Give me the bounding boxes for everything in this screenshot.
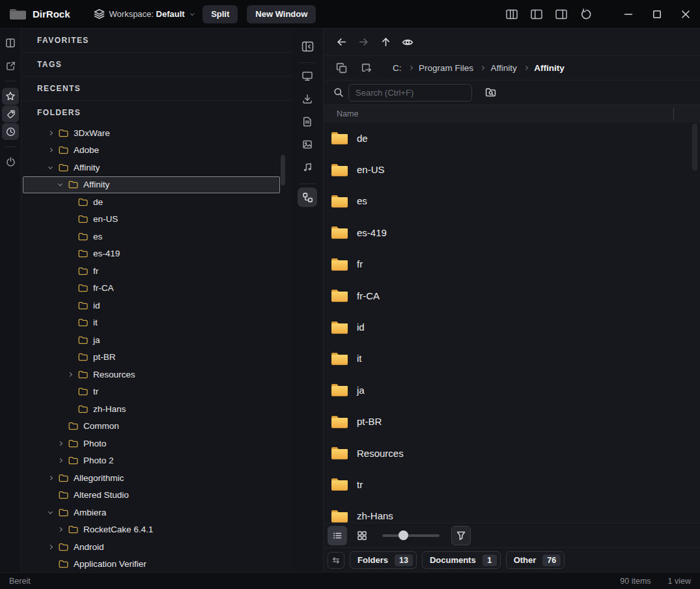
close-button[interactable] — [671, 3, 700, 26]
file-row[interactable]: Resources — [324, 437, 700, 469]
tree-item[interactable]: Photo 2 — [23, 452, 280, 470]
tags-tag-button[interactable] — [2, 105, 19, 122]
tree-item[interactable]: pt-BR — [23, 349, 280, 366]
eye-button[interactable] — [397, 33, 419, 52]
list-view-button[interactable] — [328, 526, 347, 545]
breadcrumb-segment[interactable]: Program Files — [419, 63, 473, 73]
tree-item[interactable]: en-US — [23, 211, 280, 228]
chevron-right-icon[interactable] — [46, 476, 55, 480]
open-external-icon[interactable] — [2, 57, 19, 74]
tree-item[interactable]: Resources — [23, 366, 280, 383]
tree-item[interactable]: Affinity — [23, 159, 280, 176]
filter-button[interactable] — [451, 526, 471, 545]
column-header-name[interactable]: Name — [337, 109, 358, 118]
column-resize-handle[interactable] — [673, 107, 674, 120]
file-row[interactable]: fr — [324, 249, 700, 280]
up-button[interactable] — [374, 33, 397, 52]
tree-item[interactable]: es — [23, 228, 280, 245]
chevron-right-icon[interactable] — [46, 545, 55, 549]
file-row[interactable]: pt-BR — [324, 406, 700, 437]
swap-sort-button[interactable] — [328, 552, 344, 569]
back-button[interactable] — [330, 33, 352, 52]
favorites-star-button[interactable] — [2, 88, 19, 105]
tree-item[interactable]: zh-Hans — [23, 400, 280, 418]
recents-clock-button[interactable] — [2, 123, 19, 140]
workspace-selector[interactable]: Workspace: Default — [94, 8, 194, 20]
chevron-right-icon[interactable] — [55, 442, 64, 445]
chevron-down-icon[interactable] — [46, 167, 55, 169]
tree-item[interactable]: Altered Studio — [23, 487, 280, 504]
layout-right-pane-button[interactable] — [549, 5, 574, 24]
chevron-right-icon[interactable] — [55, 459, 64, 462]
file-row[interactable]: es-419 — [324, 217, 700, 248]
tree-item[interactable]: Affinity — [23, 176, 280, 194]
file-row[interactable]: zh-Hans — [324, 500, 700, 523]
pictures-icon[interactable] — [298, 135, 317, 154]
copy-path-button[interactable] — [334, 61, 348, 76]
file-list-scrollbar[interactable] — [692, 124, 697, 171]
tree-item[interactable]: tr — [23, 383, 280, 401]
sidebar-scrollbar[interactable] — [281, 155, 285, 185]
filter-badge-documents[interactable]: Documents1 — [422, 551, 501, 569]
tree-item[interactable]: Adobe — [23, 142, 280, 159]
chevron-down-icon[interactable] — [55, 184, 64, 185]
tree-view-icon[interactable] — [298, 187, 317, 207]
chevron-right-icon[interactable] — [46, 131, 55, 135]
chevron-down-icon[interactable] — [46, 512, 55, 514]
paste-go-button[interactable] — [359, 61, 373, 76]
chevron-right-icon[interactable] — [55, 528, 64, 531]
layout-left-pane-button[interactable] — [524, 5, 549, 24]
collapse-sidebar-icon[interactable] — [298, 36, 317, 56]
breadcrumb-segment[interactable]: Affinity — [491, 63, 517, 73]
file-row[interactable]: fr-CA — [324, 280, 700, 311]
documents-icon[interactable] — [298, 112, 317, 131]
tree-item[interactable]: 3DxWare — [23, 124, 280, 142]
folder-search-icon[interactable] — [485, 87, 496, 98]
file-row[interactable]: id — [324, 311, 700, 342]
tree-item[interactable]: RocketCake 6.4.1 — [23, 521, 280, 539]
breadcrumb-segment[interactable]: Affinity — [534, 63, 565, 73]
search-input[interactable] — [348, 84, 472, 102]
tree-item[interactable]: Application Verifier — [23, 556, 280, 573]
tree-item[interactable]: es-419 — [23, 245, 280, 263]
tree-item[interactable]: Android — [23, 538, 280, 556]
file-row[interactable]: it — [324, 343, 700, 374]
tree-item[interactable]: de — [23, 193, 280, 211]
filter-badge-other[interactable]: Other76 — [506, 551, 565, 569]
minimize-button[interactable] — [614, 3, 643, 26]
file-row[interactable]: ja — [324, 374, 700, 405]
file-row[interactable]: tr — [324, 469, 700, 500]
sidebar-section-tags[interactable]: TAGS — [21, 53, 292, 77]
tree-item[interactable]: id — [23, 297, 280, 314]
split-button[interactable]: Split — [203, 5, 238, 23]
refresh-button[interactable] — [574, 5, 598, 24]
slider-track[interactable] — [382, 534, 440, 537]
layout-three-pane-button[interactable] — [499, 5, 524, 24]
breadcrumb-segment[interactable]: C: — [393, 63, 402, 73]
file-row[interactable]: en-US — [324, 154, 700, 185]
music-icon[interactable] — [298, 158, 317, 177]
tree-item[interactable]: it — [23, 314, 280, 332]
chevron-right-icon[interactable] — [46, 148, 55, 152]
split-view-icon[interactable] — [2, 34, 19, 51]
maximize-button[interactable] — [643, 3, 671, 26]
grid-view-button[interactable] — [352, 526, 372, 545]
tree-item[interactable]: ja — [23, 331, 280, 349]
sidebar-section-folders[interactable]: FOLDERS — [21, 101, 292, 124]
filter-badge-folders[interactable]: Folders13 — [350, 551, 417, 569]
downloads-icon[interactable] — [298, 89, 317, 109]
tree-item[interactable]: fr — [23, 262, 280, 280]
file-row[interactable]: de — [324, 122, 700, 154]
slider-thumb[interactable] — [399, 530, 408, 540]
new-window-button[interactable]: New Window — [247, 5, 316, 23]
desktop-icon[interactable] — [298, 66, 317, 86]
sidebar-section-recents[interactable]: RECENTS — [21, 77, 292, 101]
icon-size-slider[interactable] — [382, 530, 440, 541]
forward-button[interactable] — [352, 33, 374, 52]
tree-item[interactable]: Ambiera — [23, 504, 280, 521]
tree-item[interactable]: fr-CA — [23, 280, 280, 297]
tree-item[interactable]: Photo — [23, 435, 280, 452]
tree-item[interactable]: Common — [23, 418, 280, 435]
power-icon[interactable] — [2, 153, 19, 170]
file-row[interactable]: es — [324, 185, 700, 217]
